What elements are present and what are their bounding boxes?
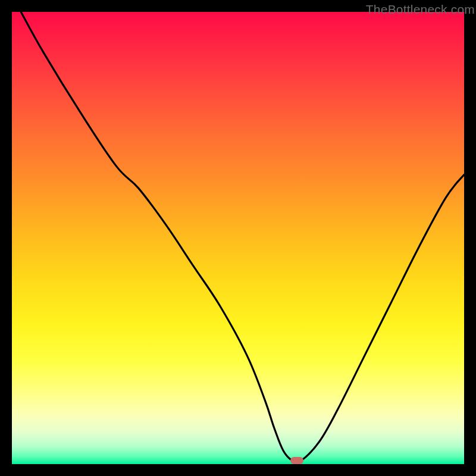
plot-area xyxy=(12,12,464,464)
chart-frame: TheBottleneck.com xyxy=(0,0,476,476)
optimal-marker xyxy=(290,457,303,464)
curve-path xyxy=(21,12,464,462)
bottleneck-curve xyxy=(12,12,464,464)
watermark-text: TheBottleneck.com xyxy=(366,2,475,17)
